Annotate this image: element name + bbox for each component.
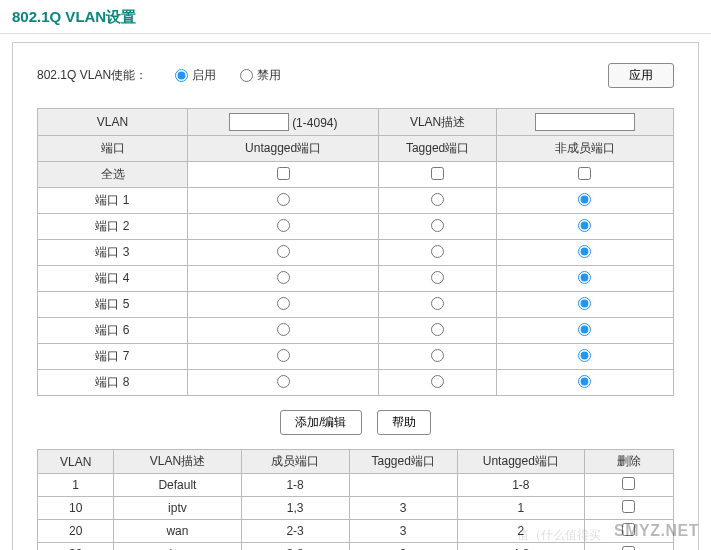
port-nonmember-radio[interactable] [578, 349, 591, 362]
list-delete-checkbox[interactable] [622, 546, 635, 550]
port-nonmember-radio[interactable] [578, 245, 591, 258]
select-all-row-label: 全选 [38, 162, 188, 188]
port-label: 端口 6 [38, 318, 188, 344]
vlan-list-row: 10iptv1,331 [38, 497, 674, 520]
disable-text: 禁用 [257, 67, 281, 84]
header-vlan-desc-cell [496, 109, 673, 136]
port-label: 端口 7 [38, 344, 188, 370]
vlan-id-input[interactable] [229, 113, 289, 131]
header-vlan-id-cell: (1-4094) [188, 109, 379, 136]
watermark-text: SMYZ.NET [614, 522, 699, 540]
enable-label: 802.1Q VLAN使能： [37, 67, 147, 84]
title-divider [0, 33, 711, 34]
port-untagged-radio[interactable] [277, 375, 290, 388]
list-cell-vlan: 30 [38, 543, 114, 551]
list-cell-desc: Default [114, 474, 241, 497]
port-config-table: VLAN (1-4094) VLAN描述 端口 Untagged端口 Tagge… [37, 108, 674, 396]
port-tagged-radio[interactable] [431, 219, 444, 232]
header-vlan: VLAN [38, 109, 188, 136]
list-cell-tagged: 3 [349, 520, 457, 543]
port-label: 端口 4 [38, 266, 188, 292]
port-row: 端口 6 [38, 318, 674, 344]
port-untagged-radio[interactable] [277, 271, 290, 284]
select-all-nonmember[interactable] [578, 167, 591, 180]
page-title: 802.1Q VLAN设置 [0, 0, 711, 33]
enable-text: 启用 [192, 67, 216, 84]
port-untagged-radio[interactable] [277, 193, 290, 206]
vlan-id-hint: (1-4094) [292, 116, 337, 130]
list-cell-tagged [349, 474, 457, 497]
port-row: 端口 3 [38, 240, 674, 266]
port-row: 端口 8 [38, 370, 674, 396]
port-tagged-radio[interactable] [431, 375, 444, 388]
port-nonmember-radio[interactable] [578, 297, 591, 310]
config-buttons: 添加/编辑 帮助 [37, 410, 674, 435]
port-untagged-radio[interactable] [277, 245, 290, 258]
port-nonmember-radio[interactable] [578, 193, 591, 206]
port-tagged-radio[interactable] [431, 193, 444, 206]
watermark-logo: 值（什么值得买 [517, 527, 601, 544]
port-untagged-radio[interactable] [277, 349, 290, 362]
list-delete-checkbox[interactable] [622, 500, 635, 513]
list-cell-tagged: 3 [349, 543, 457, 551]
port-nonmember-radio[interactable] [578, 375, 591, 388]
port-label: 端口 3 [38, 240, 188, 266]
list-cell-desc: iptv [114, 497, 241, 520]
list-cell-member: 3-8 [241, 543, 349, 551]
port-nonmember-radio[interactable] [578, 271, 591, 284]
list-delete-checkbox[interactable] [622, 477, 635, 490]
list-header-vlan: VLAN [38, 450, 114, 474]
port-row: 端口 5 [38, 292, 674, 318]
list-cell-member: 2-3 [241, 520, 349, 543]
select-all-untagged[interactable] [277, 167, 290, 180]
main-panel: 802.1Q VLAN使能： 启用 禁用 应用 VLAN (1-4094) VL… [12, 42, 699, 550]
port-tagged-radio[interactable] [431, 349, 444, 362]
port-tagged-radio[interactable] [431, 323, 444, 336]
enable-row: 802.1Q VLAN使能： 启用 禁用 应用 [37, 63, 674, 88]
header-vlan-desc-label: VLAN描述 [379, 109, 497, 136]
list-header-tagged: Tagged端口 [349, 450, 457, 474]
list-cell-untagged: 1 [457, 497, 584, 520]
vlan-desc-input[interactable] [535, 113, 635, 131]
enable-radio-group: 启用 禁用 [175, 67, 608, 84]
list-cell-member: 1-8 [241, 474, 349, 497]
port-row: 端口 1 [38, 188, 674, 214]
list-cell-vlan: 1 [38, 474, 114, 497]
port-untagged-radio[interactable] [277, 219, 290, 232]
list-cell-desc: wan [114, 520, 241, 543]
port-label: 端口 5 [38, 292, 188, 318]
port-row: 端口 4 [38, 266, 674, 292]
list-header-desc: VLAN描述 [114, 450, 241, 474]
port-row: 端口 7 [38, 344, 674, 370]
port-nonmember-radio[interactable] [578, 323, 591, 336]
disable-radio[interactable] [240, 69, 253, 82]
select-all-tagged[interactable] [431, 167, 444, 180]
list-cell-vlan: 20 [38, 520, 114, 543]
port-nonmember-radio[interactable] [578, 219, 591, 232]
add-edit-button[interactable]: 添加/编辑 [280, 410, 361, 435]
list-cell-vlan: 10 [38, 497, 114, 520]
port-tagged-radio[interactable] [431, 245, 444, 258]
apply-button[interactable]: 应用 [608, 63, 674, 88]
list-cell-member: 1,3 [241, 497, 349, 520]
port-untagged-radio[interactable] [277, 323, 290, 336]
list-header-member: 成员端口 [241, 450, 349, 474]
port-tagged-radio[interactable] [431, 297, 444, 310]
header-tagged: Tagged端口 [379, 136, 497, 162]
enable-radio[interactable] [175, 69, 188, 82]
port-label: 端口 8 [38, 370, 188, 396]
port-tagged-radio[interactable] [431, 271, 444, 284]
list-header-untagged: Untagged端口 [457, 450, 584, 474]
help-button[interactable]: 帮助 [377, 410, 431, 435]
header-untagged: Untagged端口 [188, 136, 379, 162]
port-untagged-radio[interactable] [277, 297, 290, 310]
disable-option[interactable]: 禁用 [240, 67, 281, 84]
header-port: 端口 [38, 136, 188, 162]
list-cell-desc: lan [114, 543, 241, 551]
enable-option[interactable]: 启用 [175, 67, 216, 84]
port-label: 端口 2 [38, 214, 188, 240]
list-header-delete: 删除 [584, 450, 673, 474]
port-label: 端口 1 [38, 188, 188, 214]
vlan-list-row: 1Default1-81-8 [38, 474, 674, 497]
list-cell-tagged: 3 [349, 497, 457, 520]
